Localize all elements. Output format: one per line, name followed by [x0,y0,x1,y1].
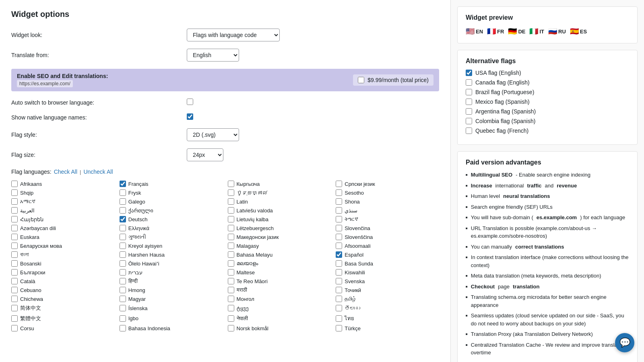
language-checkbox[interactable] [228,296,234,302]
language-checkbox[interactable] [228,260,234,267]
language-checkbox[interactable] [120,225,126,231]
language-checkbox[interactable] [228,216,234,222]
flag-size-select[interactable]: 16px 20px 24px 32px [187,148,223,161]
language-checkbox[interactable] [336,234,342,240]
language-checkbox[interactable] [336,315,342,322]
language-checkbox[interactable] [120,325,126,331]
alt-flag-label: USA flag (English) [475,70,521,76]
language-checkbox[interactable] [120,198,126,205]
widget-look-select[interactable]: Flags with language code Flags only Lang… [187,29,280,41]
language-checkbox[interactable] [120,216,126,222]
language-checkbox[interactable] [11,207,18,214]
language-checkbox[interactable] [120,269,126,276]
language-checkbox[interactable] [336,225,342,231]
language-checkbox[interactable] [11,181,18,187]
alt-flag-label: Canada flag (English) [475,79,530,86]
language-checkbox[interactable] [11,198,18,205]
seo-checkbox[interactable] [358,77,364,83]
language-checkbox[interactable] [120,207,126,214]
widget-look-row: Widget look: Flags with language code Fl… [11,29,439,41]
alt-flag-checkbox[interactable] [466,128,472,134]
flag-item[interactable]: 🇪🇸ES [570,27,587,36]
language-checkbox[interactable] [228,278,234,284]
alt-flag-checkbox[interactable] [466,118,472,124]
language-checkbox[interactable] [336,269,342,276]
language-checkbox[interactable] [336,181,342,187]
language-checkbox[interactable] [228,225,234,231]
language-checkbox[interactable] [11,287,18,293]
language-checkbox[interactable] [120,234,126,240]
language-checkbox[interactable] [336,189,342,196]
language-checkbox[interactable] [11,278,18,284]
language-checkbox[interactable] [120,243,126,249]
language-checkbox[interactable] [228,207,234,214]
show-native-checkbox[interactable] [187,113,193,120]
flag-item[interactable]: 🇩🇪DE [508,27,525,36]
language-checkbox[interactable] [11,234,18,240]
flag-style-select[interactable]: 2D (.svg) 3D (.png) Flat [187,128,239,141]
language-checkbox[interactable] [120,251,126,258]
language-checkbox[interactable] [336,296,342,302]
language-checkbox[interactable] [120,189,126,196]
language-checkbox[interactable] [228,234,234,240]
language-checkbox[interactable] [11,243,18,249]
uncheck-all-link[interactable]: Uncheck All [83,169,113,175]
language-checkbox[interactable] [11,189,18,196]
language-checkbox[interactable] [11,269,18,276]
flag-style-label: Flag style: [11,132,180,138]
language-checkbox[interactable] [120,305,126,311]
check-all-link[interactable]: Check All [54,169,77,175]
language-label: العربية [20,208,35,214]
language-checkbox[interactable] [228,198,234,205]
flag-item[interactable]: 🇫🇷FR [487,27,504,36]
language-checkbox[interactable] [228,251,234,258]
alt-flag-checkbox[interactable] [466,89,472,95]
language-checkbox[interactable] [120,181,126,187]
language-checkbox[interactable] [228,325,234,331]
language-checkbox[interactable] [11,225,18,231]
language-checkbox[interactable] [336,251,342,258]
language-checkbox[interactable] [11,260,18,267]
language-checkbox[interactable] [228,305,234,311]
language-checkbox[interactable] [228,189,234,196]
language-checkbox[interactable] [336,207,342,214]
language-checkbox[interactable] [120,260,126,267]
language-checkbox[interactable] [228,287,234,293]
alt-flag-checkbox[interactable] [466,108,472,115]
language-checkbox[interactable] [336,287,342,293]
language-checkbox[interactable] [120,278,126,284]
language-checkbox[interactable] [120,287,126,293]
language-checkbox[interactable] [11,216,18,222]
language-checkbox[interactable] [228,315,234,322]
language-checkbox[interactable] [336,243,342,249]
language-checkbox[interactable] [228,243,234,249]
language-checkbox[interactable] [336,325,342,331]
language-checkbox[interactable] [120,296,126,302]
language-checkbox[interactable] [11,296,18,302]
list-item: नेपाली [228,314,331,323]
language-checkbox[interactable] [120,315,126,322]
flag-item[interactable]: 🇮🇹IT [529,27,544,36]
language-checkbox[interactable] [11,251,18,258]
language-checkbox[interactable] [336,216,342,222]
flag-item[interactable]: 🇷🇺RU [548,27,566,36]
list-item: Hmong [120,287,223,293]
language-checkbox[interactable] [336,278,342,284]
show-native-row: Show native language names: [11,113,439,121]
language-checkbox[interactable] [336,260,342,267]
language-checkbox[interactable] [11,305,18,311]
language-checkbox[interactable] [11,325,18,331]
language-checkbox[interactable] [336,198,342,205]
chat-button[interactable]: 💬 [615,333,634,352]
language-checkbox[interactable] [228,269,234,276]
translate-from-select[interactable]: English French German Spanish [187,49,239,62]
alt-flag-checkbox[interactable] [466,70,472,76]
seo-row: Enable SEO and Edit translations: https:… [11,69,439,91]
auto-switch-checkbox[interactable] [187,99,193,105]
language-checkbox[interactable] [11,315,18,322]
language-checkbox[interactable] [336,305,342,311]
language-checkbox[interactable] [228,181,234,187]
flag-item[interactable]: 🇺🇸EN [466,27,483,36]
alt-flag-checkbox[interactable] [466,79,472,86]
alt-flag-checkbox[interactable] [466,99,472,105]
